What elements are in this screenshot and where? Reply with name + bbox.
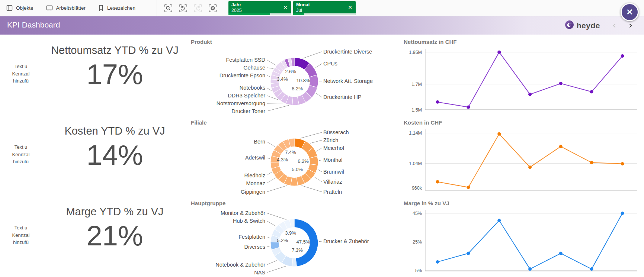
line-chart-kosten[interactable]: Kosten in CHF 1.14M1.04M960k [400,115,644,196]
produkt-donut-chart[interactable]: Festplatten SSDGehäuseDruckertinte Epson… [188,47,400,115]
svg-text:3.4%: 3.4% [277,76,288,82]
filiale-donut-chart[interactable]: BernAdetswilRiedholzMonnazGippingenBüsse… [188,128,400,196]
chart-title: Kosten in CHF [404,119,442,126]
next-sheet-button[interactable] [626,22,634,30]
svg-text:Druckertinte Epson: Druckertinte Epson [220,73,265,78]
kpi-value: 21% [42,219,188,252]
selections-forward-icon[interactable] [190,0,205,16]
svg-text:Adetswil: Adetswil [245,155,265,161]
chart-title: Hauptgruppe [191,200,225,206]
line-chart-nettoumsatz[interactable]: Nettoumsatz in CHF 1.95M1.7M1.5M [400,35,644,115]
filter-field: Jahr [228,1,291,8]
svg-text:1.95M: 1.95M [409,50,422,55]
svg-text:5.2%: 5.2% [277,238,288,243]
svg-text:Festplatten SSD: Festplatten SSD [226,57,265,63]
chart-title: Produkt [191,39,212,45]
svg-text:5.0%: 5.0% [292,167,303,172]
svg-text:5%: 5% [415,268,422,273]
kosten-line-chart[interactable]: 1.14M1.04M960k [400,128,644,194]
dashboard-grid: Text u Kennzal hinzufü Nettoumsatz YTD %… [0,35,644,277]
svg-text:8.2%: 8.2% [292,86,303,91]
svg-text:1.5M: 1.5M [411,107,422,113]
filter-chip-jahr[interactable]: Jahr 2025 ✕ [228,1,291,15]
svg-text:Büsserach: Büsserach [323,129,349,135]
filter-value: Jul [293,7,356,13]
svg-text:Mönthal: Mönthal [323,157,343,163]
line-chart-marge[interactable]: Marge in % zu VJ 45%25%5% [400,196,644,277]
svg-text:DDR3 Speicher: DDR3 Speicher [228,93,265,99]
brand: heyde [565,20,600,31]
edit-hint-text: Text u Kennzal hinzufü [4,224,38,246]
previous-sheet-button[interactable] [611,22,619,30]
svg-text:1.7M: 1.7M [411,82,422,87]
donut-chart-produkt[interactable]: Produkt Festplatten SSDGehäuseDruckertin… [188,35,400,115]
selections-back-icon[interactable] [176,0,190,16]
svg-text:Druckertinte HP: Druckertinte HP [323,94,361,100]
hauptgruppe-donut-chart[interactable]: Monitor & ZubehörHub & SwitchFestplatten… [188,209,400,276]
svg-text:Monitor & Zubehör: Monitor & Zubehör [221,210,265,216]
svg-text:Festplatten: Festplatten [238,234,265,240]
svg-text:Diverses: Diverses [244,244,265,250]
svg-text:10.8%: 10.8% [297,78,310,83]
svg-text:Notebooks: Notebooks [240,85,265,91]
bookmarks-button[interactable]: Lesezeichen [92,0,142,16]
svg-text:Riedholz: Riedholz [244,173,265,178]
svg-text:1.04M: 1.04M [409,161,422,166]
remove-filter-icon[interactable]: ✕ [283,4,288,10]
selection-progress [228,13,291,15]
kpi-title: Kosten YTD % zu VJ [42,125,188,137]
svg-text:Bern: Bern [254,139,265,145]
svg-text:Hub & Switch: Hub & Switch [233,218,265,224]
filter-value: 2025 [228,7,291,13]
objects-button[interactable]: Objekte [0,0,40,16]
smart-search-icon[interactable] [161,0,176,16]
svg-text:Zürich: Zürich [323,137,338,143]
bookmark-icon [98,5,104,11]
svg-text:3.9%: 3.9% [285,230,296,236]
page-title: KPI Dashboard [7,20,60,29]
svg-text:6.2%: 6.2% [298,158,309,164]
filter-chip-monat[interactable]: Monat Jul ✕ [293,1,356,15]
svg-text:960k: 960k [412,186,422,191]
svg-text:1.14M: 1.14M [409,131,422,136]
marge-line-chart[interactable]: 45%25%5% [400,209,644,275]
clear-selections-icon[interactable] [205,0,220,16]
sheets-icon [46,5,53,11]
svg-text:Drucker Toner: Drucker Toner [231,108,265,114]
svg-text:CPUs: CPUs [323,61,337,67]
toolbar-divider [157,0,157,16]
svg-text:25%: 25% [413,239,422,245]
svg-text:Monnaz: Monnaz [246,180,265,186]
close-button[interactable]: ✕ [621,3,639,21]
donut-chart-hauptgruppe[interactable]: Hauptgruppe Monitor & ZubehörHub & Switc… [188,196,400,277]
svg-text:7.4%: 7.4% [285,149,296,155]
chart-title: Nettoumsatz in CHF [404,39,457,45]
kpi-title: Marge YTD % zu VJ [42,206,188,218]
svg-text:Network Att. Storage: Network Att. Storage [323,78,373,84]
svg-text:45%: 45% [413,211,422,216]
svg-text:Notebook & Zubehör: Notebook & Zubehör [215,262,265,268]
svg-text:2.6%: 2.6% [285,69,296,74]
selection-bar: Jahr 2025 ✕ Monat Jul ✕ [228,1,356,15]
kpi-title: Nettoumsatz YTD % zu VJ [42,44,188,57]
kpi-kosten: Text u Kennzal hinzufü Kosten YTD % zu V… [0,115,188,196]
kpi-nettoumsatz: Text u Kennzal hinzufü Nettoumsatz YTD %… [0,35,188,115]
chart-title: Filiale [191,119,207,126]
sheet-header: KPI Dashboard heyde [0,16,644,35]
donut-chart-filiale[interactable]: Filiale BernAdetswilRiedholzMonnazGippin… [188,115,400,196]
svg-text:47.5%: 47.5% [297,239,310,245]
nettoumsatz-line-chart[interactable]: 1.95M1.7M1.5M [400,47,644,113]
remove-filter-icon[interactable]: ✕ [348,4,352,10]
toolbar: Objekte Arbeitsblätter Lesezeichen [0,0,644,16]
edit-hint-text: Text u Kennzal hinzufü [4,63,38,85]
objects-label: Objekte [16,5,33,11]
svg-text:Pratteln: Pratteln [323,189,342,195]
objects-icon [6,5,13,11]
bookmarks-label: Lesezeichen [107,5,135,11]
selection-progress [293,13,356,15]
svg-text:Drucker & Zubehör: Drucker & Zubehör [323,238,369,244]
chart-title: Marge in % zu VJ [404,200,449,206]
svg-text:7.3%: 7.3% [292,247,303,253]
svg-text:Gippingen: Gippingen [241,189,265,195]
sheets-button[interactable]: Arbeitsblätter [40,0,92,16]
